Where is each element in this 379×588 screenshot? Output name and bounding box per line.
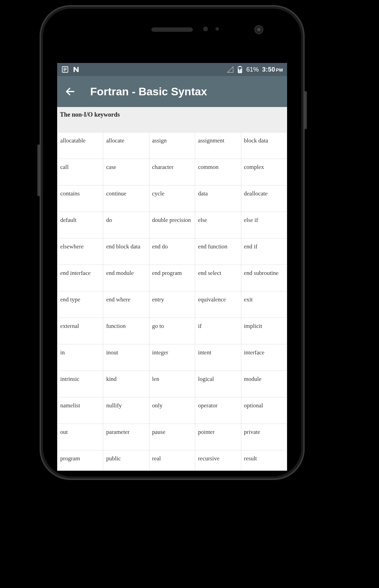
keyword-cell: result: [241, 450, 287, 471]
keyword-cell: if: [195, 318, 241, 344]
keyword-cell: end type: [57, 291, 103, 318]
keyword-cell: integer: [149, 344, 195, 371]
keyword-cell: default: [57, 212, 103, 238]
keyword-cell: out: [57, 424, 103, 450]
keyword-cell: continue: [103, 185, 149, 212]
keyword-cell: end module: [103, 265, 149, 291]
volume-button: [37, 145, 40, 196]
keyword-cell: function: [103, 318, 149, 344]
keyword-cell: end if: [241, 238, 287, 265]
keyword-cell: deallocate: [241, 185, 287, 212]
android-n-icon: [72, 66, 80, 73]
power-button: [305, 91, 307, 129]
front-camera: [254, 25, 263, 34]
keyword-cell: program: [57, 450, 103, 471]
table-row: callcasecharactercommoncomplex: [57, 159, 287, 185]
keyword-cell: end interface: [57, 265, 103, 291]
keyword-cell: implicit: [241, 318, 287, 344]
back-button[interactable]: [65, 86, 76, 97]
table-row: namelistnullifyonlyoperatoroptional: [57, 397, 287, 424]
notification-icon: [61, 66, 69, 73]
keyword-cell: operator: [195, 397, 241, 424]
keyword-cell: equivalence: [195, 291, 241, 318]
keyword-cell: do: [103, 212, 149, 238]
keyword-cell: parameter: [103, 424, 149, 450]
phone-speaker: [151, 28, 193, 32]
keyword-cell: logical: [195, 371, 241, 397]
keyword-cell: common: [195, 159, 241, 185]
keyword-cell: block data: [241, 132, 287, 159]
keyword-cell: end program: [149, 265, 195, 291]
keyword-cell: assignment: [195, 132, 241, 159]
keyword-cell: entry: [149, 291, 195, 318]
svg-rect-5: [239, 66, 241, 67]
keyword-cell: intrinsic: [57, 371, 103, 397]
keyword-cell: assign: [149, 132, 195, 159]
keyword-cell: call: [57, 159, 103, 185]
keyword-cell: pause: [149, 424, 195, 450]
keyword-cell: namelist: [57, 397, 103, 424]
battery-percent: 61%: [246, 66, 259, 73]
clock-ampm: PM: [276, 67, 283, 73]
clock-time: 3:50: [262, 66, 275, 73]
keyword-cell: public: [103, 450, 149, 471]
phone-body: 61% 3:50PM Fortran - Basic Syntax The no…: [43, 9, 301, 477]
keywords-table: allocatableallocateassignassignmentblock…: [57, 132, 287, 471]
keyword-cell: recursive: [195, 450, 241, 471]
keyword-cell: end function: [195, 238, 241, 265]
keyword-cell: len: [149, 371, 195, 397]
keyword-cell: double precision: [149, 212, 195, 238]
table-row: end typeend whereentryequivalenceexit: [57, 291, 287, 318]
keyword-cell: end do: [149, 238, 195, 265]
status-bar: 61% 3:50PM: [57, 63, 287, 76]
keyword-cell: intent: [195, 344, 241, 371]
keyword-cell: inout: [103, 344, 149, 371]
phone-sensors: [203, 26, 219, 31]
table-row: outparameterpausepointerprivate: [57, 424, 287, 450]
table-row: intrinsickindlenlogicalmodule: [57, 371, 287, 397]
keyword-cell: case: [103, 159, 149, 185]
table-row: defaultdodouble precisionelseelse if: [57, 212, 287, 238]
keyword-cell: external: [57, 318, 103, 344]
phone-frame: 61% 3:50PM Fortran - Basic Syntax The no…: [40, 5, 305, 480]
arrow-left-icon: [65, 86, 76, 97]
battery-icon: [237, 66, 243, 73]
keyword-cell: allocatable: [57, 132, 103, 159]
keyword-cell: end where: [103, 291, 149, 318]
keyword-cell: data: [195, 185, 241, 212]
page-title: Fortran - Basic Syntax: [90, 85, 207, 98]
keyword-cell: module: [241, 371, 287, 397]
app-bar: Fortran - Basic Syntax: [57, 76, 287, 107]
signal-icon: [227, 66, 234, 73]
section-header: The non-I/O keywords: [57, 107, 287, 132]
keyword-cell: exit: [241, 291, 287, 318]
table-row: allocatableallocateassignassignmentblock…: [57, 132, 287, 159]
keyword-cell: cycle: [149, 185, 195, 212]
table-row: containscontinuecycledatadeallocate: [57, 185, 287, 212]
keyword-cell: allocate: [103, 132, 149, 159]
keyword-cell: end subroutine: [241, 265, 287, 291]
screen: 61% 3:50PM Fortran - Basic Syntax The no…: [57, 63, 287, 471]
keyword-cell: real: [149, 450, 195, 471]
table-row: externalfunctiongo toifimplicit: [57, 318, 287, 344]
table-row: elsewhereend block dataend doend functio…: [57, 238, 287, 265]
keyword-cell: optional: [241, 397, 287, 424]
keyword-cell: kind: [103, 371, 149, 397]
clock: 3:50PM: [262, 66, 283, 73]
keyword-cell: end block data: [103, 238, 149, 265]
table-row: ininoutintegerintentinterface: [57, 344, 287, 371]
keyword-cell: complex: [241, 159, 287, 185]
keyword-cell: character: [149, 159, 195, 185]
keyword-cell: end select: [195, 265, 241, 291]
keyword-cell: pointer: [195, 424, 241, 450]
keyword-cell: contains: [57, 185, 103, 212]
table-row: end interfaceend moduleend programend se…: [57, 265, 287, 291]
keyword-cell: else if: [241, 212, 287, 238]
keyword-cell: go to: [149, 318, 195, 344]
keyword-cell: else: [195, 212, 241, 238]
keyword-cell: private: [241, 424, 287, 450]
keyword-cell: in: [57, 344, 103, 371]
keyword-cell: interface: [241, 344, 287, 371]
keyword-cell: elsewhere: [57, 238, 103, 265]
keyword-cell: only: [149, 397, 195, 424]
